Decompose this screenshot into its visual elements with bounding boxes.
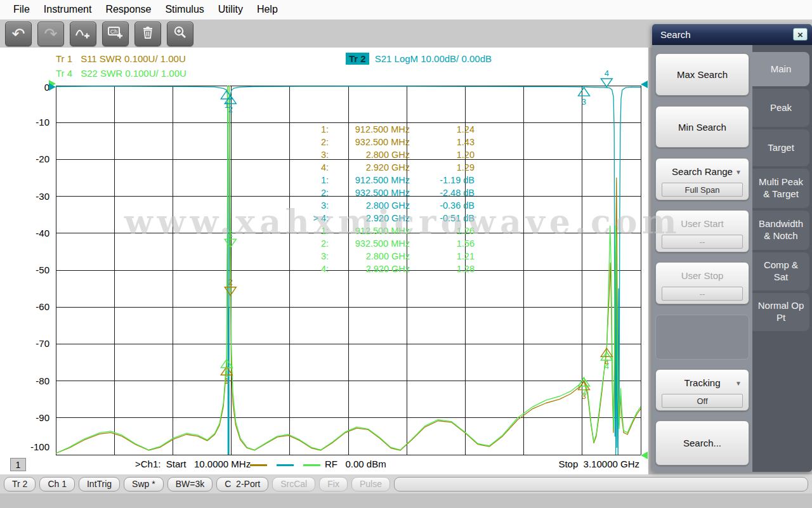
marker-table-row: 1:912.500 MHz1.24 bbox=[303, 123, 475, 136]
close-icon[interactable]: × bbox=[793, 28, 808, 41]
marker-table-number: 1: bbox=[303, 174, 329, 186]
zoom-in-icon bbox=[173, 25, 188, 42]
marker-table-frequency: 2.800 GHz bbox=[329, 148, 410, 161]
marker-table-row: 2:932.500 MHz-2.48 dB bbox=[303, 186, 475, 199]
marker-number: 4 bbox=[605, 68, 609, 78]
marker-table-number: 1: bbox=[303, 225, 329, 237]
marker-table-frequency: 2.920 GHz bbox=[329, 263, 410, 275]
y-axis-tick-label: -30 bbox=[36, 191, 49, 202]
marker-table-row: 3:2.800 GHz-0.36 dB bbox=[303, 199, 475, 212]
trace-label-tr2-selected[interactable]: Tr 2 S21 LogM 10.00dB/ 0.00dB bbox=[346, 53, 492, 65]
statusbar-button-bw-3k[interactable]: BW=3k bbox=[167, 477, 213, 492]
menu-item-utility[interactable]: Utility bbox=[211, 4, 250, 15]
y-axis-tick-label: -20 bbox=[36, 153, 49, 164]
marker-table-number: 1: bbox=[303, 123, 329, 136]
menu-item-stimulus[interactable]: Stimulus bbox=[158, 4, 211, 15]
search-button-min-search[interactable]: Min Search bbox=[655, 106, 749, 148]
trace-label-tr4[interactable]: Tr 4 S22 SWR 0.100U/ 1.00U bbox=[56, 68, 187, 79]
search-button-label: Min Search bbox=[678, 122, 726, 133]
search-button-user-stop[interactable]: User Stop-- bbox=[655, 262, 749, 304]
y-axis-tick-label: 0 bbox=[44, 82, 49, 93]
tab-normal-op-pt[interactable]: Normal Op Pt bbox=[752, 293, 809, 331]
search-button-spacer bbox=[655, 315, 749, 360]
search-button-user-start[interactable]: User Start-- bbox=[655, 210, 749, 252]
search-button-search-range[interactable]: Search Range▼Full Span bbox=[655, 158, 749, 200]
marker-table-number: 2: bbox=[303, 237, 329, 250]
search-button-label: Tracking bbox=[684, 377, 721, 388]
redo-icon: ↷ bbox=[44, 26, 58, 42]
marker-number: 2 bbox=[228, 229, 233, 238]
marker-number: 2 bbox=[228, 105, 233, 114]
statusbar-button-pulse[interactable]: Pulse bbox=[351, 477, 390, 492]
undo-icon: ↶ bbox=[12, 26, 25, 42]
add-trace-icon bbox=[75, 25, 91, 42]
trace-format-label: S11 SWR 0.100U/ 1.00U bbox=[81, 53, 186, 64]
marker-table-frequency: 2.800 GHz bbox=[329, 199, 410, 212]
tab-multi-peak-target[interactable]: Multi Peak & Target bbox=[752, 169, 809, 208]
trace-format-label: S21 LogM 10.00dB/ 0.00dB bbox=[375, 53, 492, 64]
statusbar-button-swp-[interactable]: Swp * bbox=[124, 477, 164, 492]
marker-table-frequency: 912.500 MHz bbox=[329, 123, 410, 136]
statusbar-button-blank bbox=[394, 477, 808, 492]
trace-label-tr1[interactable]: Tr 1 S11 SWR 0.100U/ 1.00U bbox=[56, 53, 186, 64]
menu-item-instrument[interactable]: Instrument bbox=[37, 4, 99, 15]
marker-table-value: -0.36 dB bbox=[410, 199, 475, 212]
search-panel-title: Search bbox=[660, 29, 691, 40]
tab-comp-sat[interactable]: Comp & Sat bbox=[752, 252, 809, 290]
search-button-value: -- bbox=[662, 287, 743, 301]
marker-table-value: 1.28 bbox=[410, 263, 475, 275]
add-channel-button[interactable]: Ch bbox=[102, 22, 129, 46]
add-trace-button[interactable] bbox=[70, 22, 96, 46]
trace-id: Tr 4 bbox=[56, 68, 72, 79]
marker-table-row: 1:912.500 MHz1.26 bbox=[303, 225, 475, 237]
marker-table-frequency: 912.500 MHz bbox=[329, 225, 410, 237]
statusbar-button-c-2-port[interactable]: C 2-Port bbox=[216, 477, 268, 492]
delete-button[interactable] bbox=[134, 22, 161, 46]
menu-item-file[interactable]: File bbox=[6, 4, 37, 15]
marker-table-value: 1.24 bbox=[410, 123, 475, 136]
tab-target[interactable]: Target bbox=[752, 129, 809, 166]
vna-application-window: { "menu_bar": {"items": ["File", "Instru… bbox=[0, 0, 812, 508]
marker-table-row: 4:2.920 GHz1.28 bbox=[303, 263, 475, 275]
statusbar-button-inttrig[interactable]: IntTrig bbox=[79, 477, 120, 492]
menu-item-response[interactable]: Response bbox=[98, 4, 158, 15]
marker-table-row: 2:932.500 MHz1.56 bbox=[303, 237, 475, 250]
search-button-label: User Start bbox=[681, 218, 724, 229]
y-axis-tick-label: -40 bbox=[36, 228, 49, 238]
y-axis-tick-label: -70 bbox=[36, 338, 49, 349]
statusbar-button-fix[interactable]: Fix bbox=[319, 477, 348, 492]
marker-4-tr2[interactable]: 4 bbox=[601, 68, 612, 87]
marker-3-tr2[interactable]: 3 bbox=[578, 88, 589, 107]
search-button-max-search[interactable]: Max Search bbox=[655, 53, 749, 96]
marker-number: 3 bbox=[582, 97, 586, 107]
tab-main[interactable]: Main bbox=[752, 52, 809, 86]
statusbar-button-ch-1[interactable]: Ch 1 bbox=[39, 477, 75, 492]
marker-table-frequency: 932.500 MHz bbox=[329, 186, 410, 199]
marker-table-number: 3: bbox=[303, 250, 329, 263]
statusbar-button-srccal[interactable]: SrcCal bbox=[272, 477, 315, 492]
tab-bandwidth-notch[interactable]: Bandwidth & Notch bbox=[752, 211, 809, 250]
search-button-label: User Stop bbox=[681, 270, 724, 281]
marker-number: 4 bbox=[605, 361, 609, 371]
marker-table-row: 2:932.500 MHz1.43 bbox=[303, 136, 475, 148]
statusbar-button-tr-2[interactable]: Tr 2 bbox=[4, 477, 36, 492]
trace1-legend-dash bbox=[250, 464, 267, 466]
sweep-stop-label: Stop 3.10000 GHz bbox=[558, 459, 639, 469]
menu-bar: FileInstrumentResponseStimulusUtilityHel… bbox=[0, 0, 812, 19]
search-button-value: Full Span bbox=[662, 183, 743, 197]
marker-readout-table: 1:912.500 MHz1.242:932.500 MHz1.433:2.80… bbox=[303, 123, 475, 275]
search-button-tracking[interactable]: Tracking▼Off bbox=[655, 369, 749, 411]
trace4-legend-dash bbox=[303, 464, 320, 466]
sweep-start-label: >Ch1: Start 10.0000 MHz bbox=[135, 459, 251, 469]
search-button-value: Off bbox=[662, 394, 743, 408]
undo-button[interactable]: ↶ bbox=[5, 22, 32, 46]
menu-item-help[interactable]: Help bbox=[250, 4, 285, 15]
chevron-down-icon: ▼ bbox=[735, 380, 742, 387]
search-tab-column: MainPeakTargetMulti Peak & TargetBandwid… bbox=[752, 45, 812, 472]
search-button-label: Search... bbox=[683, 438, 721, 448]
tab-peak[interactable]: Peak bbox=[752, 89, 809, 127]
selected-trace-badge: Tr 2 bbox=[346, 53, 369, 65]
marker-number: 2 bbox=[228, 277, 233, 287]
search-button-search-dialog[interactable]: Search... bbox=[655, 420, 749, 466]
zoom-in-button[interactable] bbox=[167, 22, 193, 46]
